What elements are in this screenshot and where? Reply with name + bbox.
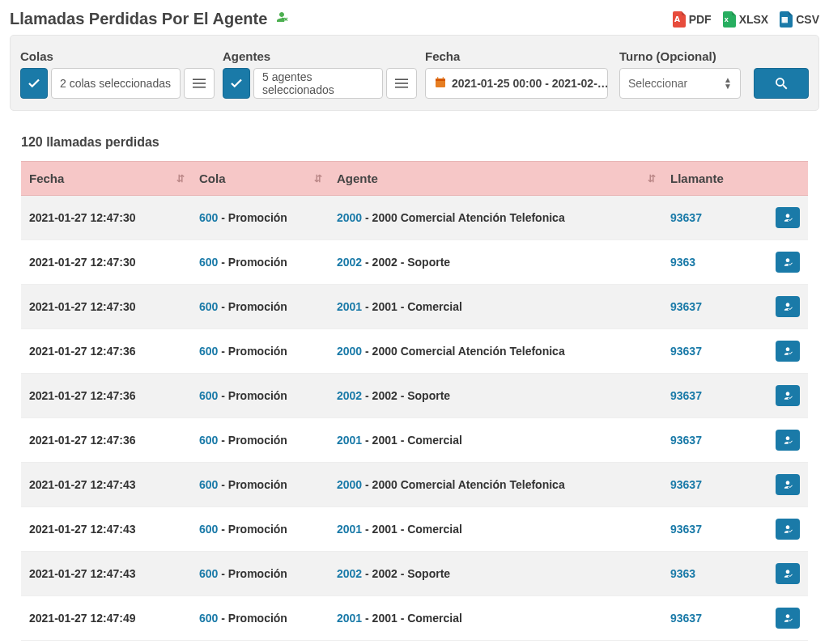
llamante-link[interactable]: 9363 (670, 256, 695, 269)
cell-cola: 600 - Promoción (191, 463, 329, 507)
cell-llamante: 9363 (662, 552, 808, 596)
contact-button[interactable] (776, 296, 800, 317)
contact-button[interactable] (776, 519, 800, 540)
agentes-select[interactable]: 5 agentes seleccionados (253, 68, 383, 99)
agente-link[interactable]: 2000 (337, 345, 362, 358)
cola-link[interactable]: 600 (199, 434, 218, 447)
cell-cola: 600 - Promoción (191, 329, 329, 374)
contact-button[interactable] (776, 608, 800, 629)
llamante-link[interactable]: 93637 (670, 211, 702, 224)
cola-link[interactable]: 600 (199, 612, 218, 625)
updown-icon: ▲▼ (724, 77, 732, 90)
results-count: 120 llamadas perdidas (21, 135, 808, 150)
table-row: 2021-01-27 12:47:43600 - Promoción2001 -… (21, 507, 808, 552)
agente-link[interactable]: 2000 (337, 478, 362, 491)
agentes-menu-button[interactable] (386, 68, 417, 99)
agente-link[interactable]: 2002 (337, 256, 362, 269)
export-xlsx-button[interactable]: x XLSX (723, 11, 769, 28)
contact-button[interactable] (776, 341, 800, 362)
col-llamante: Llamante (662, 162, 808, 196)
svg-rect-0 (193, 78, 206, 80)
page-title-text: Llamadas Perdidas Por El Agente (10, 10, 267, 28)
cell-agente: 2001 - 2001 - Comercial (329, 596, 662, 641)
contact-button[interactable] (776, 385, 800, 406)
cell-fecha: 2021-01-27 12:47:36 (21, 329, 191, 374)
col-agente[interactable]: Agente ⇵ (329, 162, 662, 196)
search-button[interactable] (754, 68, 809, 99)
svg-rect-2 (193, 87, 206, 88)
contact-button[interactable] (776, 563, 800, 584)
cola-link[interactable]: 600 (199, 211, 218, 224)
agente-link[interactable]: 2001 (337, 612, 362, 625)
cell-agente: 2001 - 2001 - Comercial (329, 285, 662, 329)
cell-cola: 600 - Promoción (191, 240, 329, 285)
filter-label-turno: Turno (Opcional) (619, 49, 741, 63)
cell-llamante: 93637 (662, 596, 808, 641)
cola-link[interactable]: 600 (199, 478, 218, 491)
cola-link[interactable]: 600 (199, 567, 218, 580)
table-row: 2021-01-27 12:47:36600 - Promoción2002 -… (21, 374, 808, 418)
cell-cola: 600 - Promoción (191, 418, 329, 463)
export-pdf-button[interactable]: 𝗔 PDF (673, 11, 712, 28)
sort-icon: ⇵ (314, 173, 322, 184)
colas-checkbox[interactable] (20, 68, 48, 99)
cell-cola: 600 - Promoción (191, 552, 329, 596)
cell-fecha: 2021-01-27 12:47:43 (21, 463, 191, 507)
llamante-link[interactable]: 93637 (670, 389, 702, 402)
missed-calls-table: Fecha ⇵ Cola ⇵ Agente ⇵ Llamante 2021-01… (21, 161, 808, 641)
llamante-link[interactable]: 93637 (670, 478, 702, 491)
cola-link[interactable]: 600 (199, 300, 218, 313)
cell-llamante: 93637 (662, 285, 808, 329)
filter-label-agentes: Agentes (223, 49, 417, 63)
cola-link[interactable]: 600 (199, 523, 218, 536)
contact-button[interactable] (776, 474, 800, 495)
llamante-link[interactable]: 93637 (670, 300, 702, 313)
agente-link[interactable]: 2001 (337, 523, 362, 536)
turno-select[interactable]: Seleccionar ▲▼ (619, 68, 741, 99)
colas-menu-button[interactable] (184, 68, 215, 99)
cell-cola: 600 - Promoción (191, 285, 329, 329)
table-row: 2021-01-27 12:47:43600 - Promoción2000 -… (21, 463, 808, 507)
col-fecha[interactable]: Fecha ⇵ (21, 162, 191, 196)
cola-link[interactable]: 600 (199, 389, 218, 402)
svg-rect-7 (436, 78, 445, 81)
calendar-icon (434, 76, 447, 91)
export-csv-button[interactable]: ▦ CSV (780, 11, 819, 28)
cell-llamante: 93637 (662, 196, 808, 240)
llamante-link[interactable]: 93637 (670, 612, 702, 625)
cell-cola: 600 - Promoción (191, 507, 329, 552)
contact-button[interactable] (776, 207, 800, 228)
agente-link[interactable]: 2001 (337, 434, 362, 447)
cola-link[interactable]: 600 (199, 345, 218, 358)
cell-fecha: 2021-01-27 12:47:49 (21, 596, 191, 641)
col-cola[interactable]: Cola ⇵ (191, 162, 329, 196)
cell-cola: 600 - Promoción (191, 196, 329, 240)
svg-rect-8 (437, 77, 438, 79)
agente-link[interactable]: 2002 (337, 567, 362, 580)
table-row: 2021-01-27 12:47:36600 - Promoción2000 -… (21, 329, 808, 374)
cell-fecha: 2021-01-27 12:47:30 (21, 240, 191, 285)
cell-fecha: 2021-01-27 12:47:36 (21, 418, 191, 463)
cell-agente: 2001 - 2001 - Comercial (329, 418, 662, 463)
cell-agente: 2002 - 2002 - Soporte (329, 552, 662, 596)
agente-link[interactable]: 2000 (337, 211, 362, 224)
agente-link[interactable]: 2001 (337, 300, 362, 313)
contact-button[interactable] (776, 430, 800, 451)
colas-select[interactable]: 2 colas seleccionadas (51, 68, 181, 99)
agente-link[interactable]: 2002 (337, 389, 362, 402)
llamante-link[interactable]: 93637 (670, 523, 702, 536)
table-row: 2021-01-27 12:47:49600 - Promoción2001 -… (21, 596, 808, 641)
date-range-input[interactable]: 2021-01-25 00:00 - 2021-02-… (425, 68, 608, 99)
filter-panel: Colas 2 colas seleccionadas Agentes 5 ag… (10, 35, 819, 111)
cell-agente: 2001 - 2001 - Comercial (329, 507, 662, 552)
agentes-checkbox[interactable] (223, 68, 250, 99)
filter-label-fecha: Fecha (425, 49, 611, 63)
llamante-link[interactable]: 93637 (670, 345, 702, 358)
cell-cola: 600 - Promoción (191, 596, 329, 641)
llamante-link[interactable]: 93637 (670, 434, 702, 447)
llamante-link[interactable]: 9363 (670, 567, 695, 580)
cola-link[interactable]: 600 (199, 256, 218, 269)
svg-line-11 (783, 85, 787, 89)
contact-button[interactable] (776, 252, 800, 273)
cell-agente: 2000 - 2000 Comercial Atención Telefonic… (329, 196, 662, 240)
